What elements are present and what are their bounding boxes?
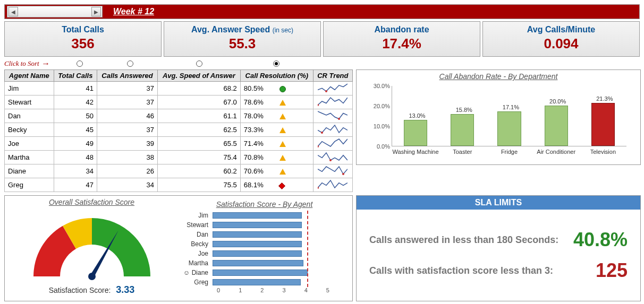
sla-value: 125: [596, 259, 628, 282]
reference-line: [307, 211, 308, 287]
cr-cell: 73.3%: [240, 123, 313, 137]
bar-value-label: 15.8%: [448, 107, 480, 113]
total-calls-cell: 47: [54, 178, 97, 192]
agent-name: Joe: [5, 137, 54, 151]
agent-label: ☺ Diane: [181, 269, 213, 276]
x-axis-tick: 3: [283, 287, 304, 293]
y-axis-tick: 0.0%: [377, 143, 392, 150]
kpi-title: Avg Calls/Minute: [527, 25, 595, 34]
sort-controls: Click to Sort →: [4, 59, 640, 68]
agent-name: Becky: [5, 123, 54, 137]
y-axis-tick: 10.0%: [374, 123, 392, 129]
sat-bar-row: Stewart: [181, 220, 348, 230]
week-scroller[interactable]: ◀ ▶: [7, 6, 103, 18]
sla-header: SLA LIMITS: [357, 196, 640, 210]
x-axis-tick: 1: [239, 287, 260, 293]
total-calls-cell: 50: [54, 109, 97, 123]
total-calls-cell: 49: [54, 137, 97, 151]
agent-name: Diane: [5, 164, 54, 178]
x-axis-tick: 2: [260, 287, 282, 293]
kpi-subtitle: (in sec): [273, 27, 293, 34]
col-header[interactable]: Total Calls: [54, 70, 97, 82]
cr-cell: 80.5%: [240, 82, 313, 95]
bar-category-label: Fridge: [486, 149, 532, 155]
trend-cell: [313, 82, 352, 95]
sort-hint-label: Click to Sort: [4, 59, 39, 68]
sort-radio-avg-speed-of-answer[interactable]: [196, 60, 202, 67]
calls-answered-cell: 37: [97, 95, 158, 109]
sla-panel: SLA LIMITS Calls answered in less than 1…: [356, 195, 641, 301]
sat-bar-row: Jim: [181, 211, 348, 220]
trend-cell: [313, 151, 352, 164]
bar-category-label: Toaster: [439, 149, 486, 155]
svg-point-6: [342, 173, 344, 175]
kpi-title: Avg. Answer Speed: [191, 25, 270, 34]
week-next-button[interactable]: ▶: [91, 7, 101, 16]
speed-cell: 68.2: [157, 82, 240, 95]
cr-cell: 78.6%: [240, 95, 313, 109]
col-header[interactable]: CR Trend: [313, 70, 352, 82]
svg-point-0: [325, 90, 327, 92]
agent-label: Dan: [181, 231, 213, 238]
agent-table: Agent NameTotal CallsCalls AnsweredAvg. …: [4, 70, 353, 192]
cr-cell: 71.4%: [240, 137, 313, 151]
bar: [591, 103, 615, 146]
sat-bar-row: Joe: [181, 249, 348, 258]
bar: [545, 106, 568, 146]
sat-bar: [213, 231, 302, 238]
sort-radio-calls-answered[interactable]: [127, 60, 133, 67]
agent-label: Jim: [181, 212, 213, 219]
svg-point-5: [329, 159, 332, 161]
kpi-row: Total Calls 356 Avg. Answer Speed (in se…: [4, 21, 640, 57]
agent-label: Martha: [181, 259, 213, 267]
speed-cell: 67.0: [157, 95, 240, 109]
col-header[interactable]: Call Resolution (%): [240, 70, 313, 82]
kpi-title: Abandon rate: [374, 25, 429, 34]
bar-value-label: 13.0%: [401, 112, 433, 119]
y-axis-tick: 30.0%: [374, 83, 392, 89]
status-indicator-icon: [279, 141, 286, 147]
sort-radio-total-calls[interactable]: [77, 60, 83, 67]
table-row: Martha483875.470.8%: [5, 151, 353, 164]
sat-bar-row: ☺ Diane: [181, 268, 348, 277]
sort-radio-call-resolution-[interactable]: [273, 60, 279, 67]
svg-point-2: [338, 118, 340, 120]
total-calls-cell: 34: [54, 164, 97, 178]
satisfaction-gauge: [23, 209, 161, 283]
table-row: Becky453762.573.3%: [5, 123, 353, 137]
cr-cell: 68.1%: [240, 178, 313, 192]
week-label: Week # 12: [113, 7, 154, 16]
agent-name: Dan: [5, 109, 54, 123]
week-prev-button[interactable]: ◀: [9, 7, 18, 16]
col-header[interactable]: Agent Name: [5, 70, 54, 82]
sat-bar: [213, 241, 302, 247]
speed-cell: 61.1: [157, 109, 240, 123]
svg-point-9: [88, 273, 96, 280]
table-row: Jim413768.280.5%: [5, 82, 353, 95]
sat-bar-row: Greg: [181, 277, 348, 287]
sla-row: Calls with satisfaction score less than …: [369, 259, 628, 282]
calls-answered-cell: 37: [97, 123, 158, 137]
kpi-value: 356: [7, 36, 159, 52]
total-calls-cell: 42: [54, 95, 97, 109]
calls-answered-cell: 37: [97, 82, 158, 95]
kpi-total-calls: Total Calls 356: [4, 21, 162, 57]
sat-by-agent-title: Satisfaction Score - By Agent: [181, 198, 348, 211]
status-indicator-icon: [279, 100, 286, 106]
sat-bar-row: Dan: [181, 230, 348, 239]
gauge-label: Satisfaction Score:: [49, 286, 111, 294]
col-header[interactable]: Avg. Speed of Answer: [157, 70, 240, 82]
trend-cell: [313, 95, 352, 109]
agent-name: Martha: [5, 151, 54, 164]
status-indicator-icon: [279, 155, 286, 161]
col-header[interactable]: Calls Answered: [97, 70, 158, 82]
kpi-title: Total Calls: [62, 25, 104, 34]
sla-text: Calls answered in less than 180 Seconds:: [369, 234, 573, 246]
speed-cell: 65.5: [157, 137, 240, 151]
status-indicator-icon: [279, 169, 286, 175]
bar-value-label: 17.1%: [495, 104, 527, 110]
sat-bar: [213, 260, 303, 266]
status-indicator-icon: [279, 114, 286, 119]
agent-name: Jim: [5, 82, 54, 95]
agent-label: Becky: [181, 240, 213, 248]
